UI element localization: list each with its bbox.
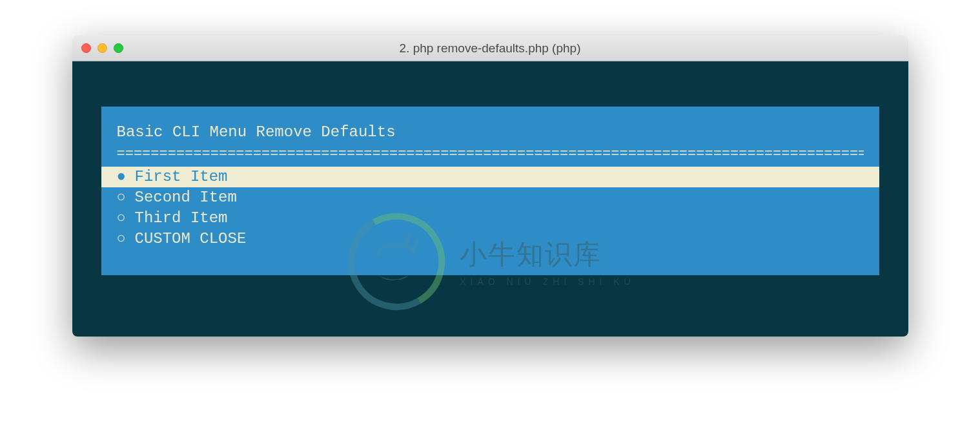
bullet-filled-icon: ● [117, 167, 135, 187]
menu-item-label: First Item [135, 167, 228, 187]
menu-item-label: Second Item [135, 187, 237, 208]
maximize-icon[interactable] [114, 43, 123, 53]
menu-title: Basic CLI Menu Remove Defaults [117, 123, 864, 141]
menu-item-3[interactable]: ○CUSTOM CLOSE [117, 229, 864, 249]
terminal-window: 2. php remove-defaults.php (php) Basic C… [72, 36, 908, 337]
bullet-open-icon: ○ [117, 187, 135, 208]
menu-item-label: CUSTOM CLOSE [135, 229, 247, 249]
menu-item-0[interactable]: ●First Item [101, 167, 879, 187]
menu-item-2[interactable]: ○Third Item [117, 208, 864, 229]
menu-item-label: Third Item [135, 208, 228, 229]
menu-divider: ========================================… [117, 147, 864, 161]
minimize-icon[interactable] [97, 43, 107, 53]
bullet-open-icon: ○ [117, 229, 135, 249]
close-icon[interactable] [81, 43, 91, 53]
terminal-body[interactable]: Basic CLI Menu Remove Defaults =========… [72, 61, 908, 337]
traffic-lights [81, 43, 123, 53]
window-title: 2. php remove-defaults.php (php) [72, 41, 908, 56]
menu-item-1[interactable]: ○Second Item [117, 187, 864, 208]
cli-menu: Basic CLI Menu Remove Defaults =========… [101, 107, 879, 275]
window-titlebar[interactable]: 2. php remove-defaults.php (php) [72, 36, 908, 61]
bullet-open-icon: ○ [117, 208, 135, 229]
